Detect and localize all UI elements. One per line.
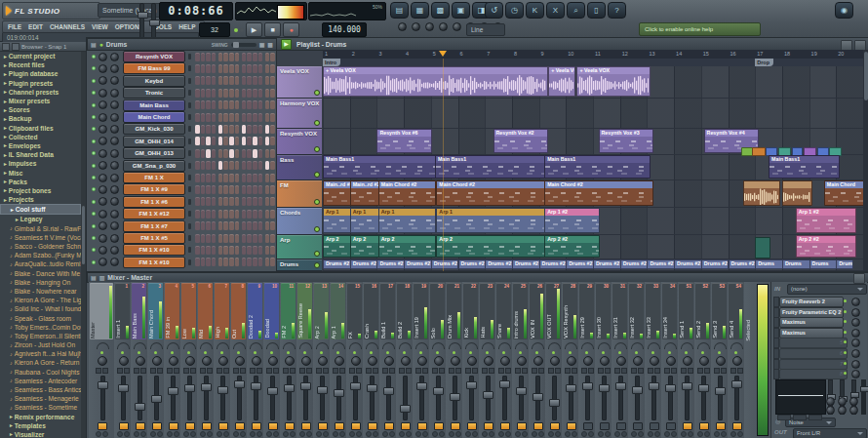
pattern-clip[interactable]: Drums #2: [458, 259, 487, 269]
browser-folder[interactable]: ▸Templates: [0, 421, 81, 430]
channel-mute-indicator[interactable]: [188, 247, 191, 253]
strip-fx-enable[interactable]: [732, 422, 742, 430]
strip-fader-track[interactable]: [287, 376, 292, 420]
metronome-button[interactable]: ◷: [505, 2, 524, 19]
step-cell[interactable]: [229, 89, 234, 98]
strip-mute-button[interactable]: [117, 431, 123, 437]
channel-enable-led[interactable]: [92, 212, 96, 216]
step-cell[interactable]: [253, 137, 257, 145]
channel-volume-knob[interactable]: [110, 221, 119, 230]
step-cell[interactable]: [235, 149, 240, 158]
pattern-clip[interactable]: Drums #2: [674, 259, 702, 269]
step-cell[interactable]: [201, 210, 206, 219]
browser-folder[interactable]: ▸Current project: [0, 52, 81, 60]
step-cell[interactable]: [212, 53, 217, 61]
channel-mute-indicator[interactable]: [188, 102, 191, 108]
mixer-strip[interactable]: 29Insert 29: [578, 282, 596, 438]
strip-fx-enable[interactable]: [202, 422, 212, 430]
browser-file[interactable]: ♪Toby Emerson..Il Silently: [0, 332, 81, 340]
step-cell[interactable]: [253, 125, 257, 134]
channel-enable-led[interactable]: [92, 200, 96, 204]
strip-fx-enable[interactable]: [119, 422, 129, 430]
strip-fx-enable[interactable]: [484, 422, 493, 430]
mixer-strip[interactable]: 2Main Bass: [131, 282, 148, 438]
strip-pan-knob[interactable]: [252, 356, 261, 366]
strip-fader-handle[interactable]: [217, 386, 228, 394]
strip-fader-handle[interactable]: [151, 395, 162, 403]
strip-invert-button[interactable]: [472, 368, 478, 374]
step-cell[interactable]: [206, 64, 211, 73]
mixer-strip[interactable]: 13Arp 2: [313, 282, 331, 438]
step-cell[interactable]: [223, 100, 228, 109]
step-cell[interactable]: [223, 246, 228, 255]
browser-file[interactable]: ♪Toby Emers..Comin Down: [0, 323, 81, 332]
step-cell[interactable]: [201, 197, 206, 206]
pattern-clip[interactable]: Arp 1 #2: [796, 208, 856, 233]
strip-fx-enable[interactable]: [301, 422, 311, 430]
strip-fader-handle[interactable]: [466, 381, 477, 389]
mixer-strip[interactable]: 7High: [214, 282, 231, 438]
step-cell[interactable]: [206, 76, 211, 85]
browser-folder[interactable]: ▸Misc: [0, 168, 81, 177]
step-cell[interactable]: [258, 174, 263, 182]
pattern-clip[interactable]: Main Bass1: [323, 155, 436, 179]
strip-stereo-button[interactable]: [250, 368, 256, 374]
strip-invert-button[interactable]: [256, 368, 262, 374]
swing-slider[interactable]: [231, 43, 256, 47]
pattern-selector[interactable]: 32: [199, 22, 230, 37]
mixer-strip[interactable]: 3Main Chord: [147, 282, 165, 438]
strip-fader-handle[interactable]: [317, 386, 328, 394]
strip-fader-handle[interactable]: [234, 380, 245, 388]
strip-fx-enable[interactable]: [716, 422, 726, 430]
mixer-strip[interactable]: 16Crash: [363, 282, 380, 438]
pattern-clip[interactable]: Arp 1: [350, 208, 379, 233]
strip-stereo-button[interactable]: [532, 368, 537, 374]
track-mute-dot[interactable]: [314, 251, 320, 257]
step-cell[interactable]: [247, 210, 252, 219]
step-cell[interactable]: [253, 113, 257, 122]
oscilloscope[interactable]: [235, 2, 307, 20]
pattern-clip[interactable]: Drums #2: [404, 259, 432, 269]
channel-button[interactable]: FM Bass 99: [123, 62, 185, 74]
step-cell[interactable]: [212, 161, 217, 170]
step-cell[interactable]: [212, 174, 217, 182]
strip-fx-enable[interactable]: [169, 422, 178, 430]
strip-pan-knob[interactable]: [401, 356, 411, 366]
strip-fader-handle[interactable]: [300, 382, 311, 390]
step-cell[interactable]: [247, 221, 252, 230]
strip-mute-button[interactable]: [333, 431, 338, 437]
strip-fader-handle[interactable]: [615, 382, 626, 390]
step-cell[interactable]: [258, 258, 263, 266]
strip-solo-button[interactable]: [240, 431, 246, 437]
playlist-title[interactable]: Playlist - Drums: [296, 41, 346, 48]
strip-mute-button[interactable]: [349, 431, 355, 437]
strip-fx-enable[interactable]: [500, 422, 510, 430]
channel-button[interactable]: Keybd: [123, 75, 185, 87]
step-cell[interactable]: [235, 113, 240, 122]
strip-fader-track[interactable]: [204, 376, 209, 420]
step-cell[interactable]: [206, 246, 211, 255]
track-header[interactable]: Drums: [277, 259, 322, 271]
step-cell[interactable]: [206, 210, 211, 219]
step-cell[interactable]: [242, 64, 247, 73]
stop-button[interactable]: ■: [264, 22, 281, 37]
step-cell[interactable]: [247, 234, 252, 243]
mixer-strip[interactable]: 31Insert 31: [612, 282, 629, 438]
step-cell[interactable]: [201, 149, 206, 158]
step-cell[interactable]: [201, 113, 206, 122]
fx-slot-empty[interactable]: 5: [779, 338, 848, 348]
browser-folder[interactable]: ▸Impulses: [0, 159, 81, 168]
strip-invert-button[interactable]: [174, 368, 179, 374]
strip-pan-knob[interactable]: [98, 356, 107, 366]
step-cell[interactable]: [265, 53, 270, 61]
browser-collapse-button[interactable]: [2, 43, 10, 51]
strip-stereo-button[interactable]: [498, 368, 504, 374]
strip-pan-knob[interactable]: [600, 356, 610, 366]
strip-stereo-button[interactable]: [382, 368, 388, 374]
step-cell[interactable]: [253, 221, 257, 230]
track-mute-dot[interactable]: [314, 199, 320, 205]
step-cell[interactable]: [258, 89, 263, 98]
step-cell[interactable]: [195, 137, 200, 145]
step-cell[interactable]: [223, 185, 228, 194]
channel-enable-led[interactable]: [92, 139, 96, 143]
